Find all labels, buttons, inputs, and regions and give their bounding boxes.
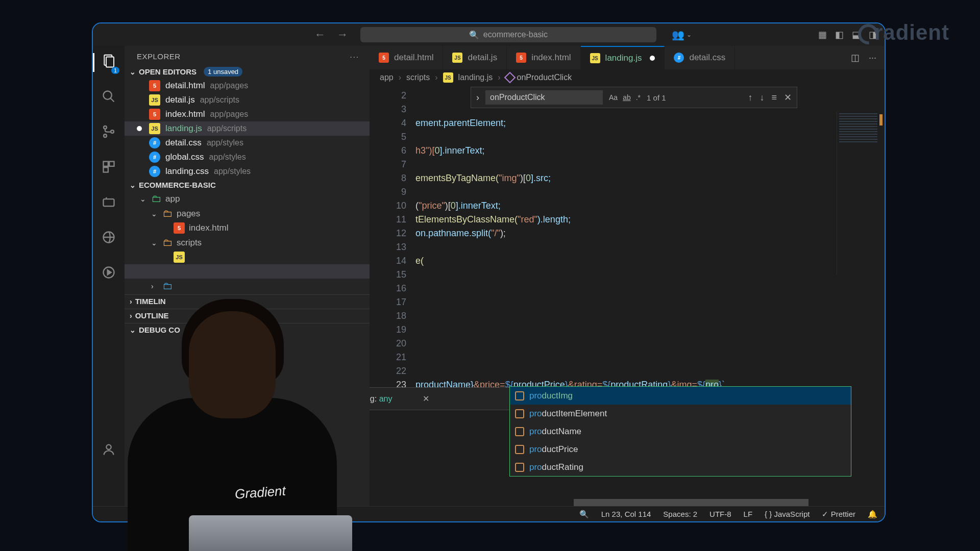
activity-icon-5[interactable] — [102, 195, 116, 213]
search-icon: 🔍 — [469, 30, 479, 40]
code-editor[interactable]: 234567891011121314151617181920212223 › A… — [370, 86, 885, 499]
account-icon[interactable] — [102, 442, 116, 460]
modified-dot-icon — [137, 126, 142, 131]
match-case-icon[interactable]: Aa — [609, 91, 618, 105]
nav-forward-icon[interactable]: → — [337, 28, 348, 41]
open-editor-item[interactable]: #landing.cssapp/styles — [125, 164, 370, 179]
outline-section[interactable]: ›OUTLINE — [125, 309, 370, 322]
close-icon[interactable]: ✕ — [423, 392, 429, 406]
status-bar: 🔍 Ln 23, Col 114 Spaces: 2 UTF-8 LF { } … — [93, 506, 885, 521]
symbol-variable-icon — [515, 427, 524, 436]
svg-rect-1 — [106, 57, 114, 67]
suggest-item[interactable]: productRating — [510, 458, 851, 476]
workspace-section[interactable]: ⌄ ECOMMERCE-BASIC — [125, 179, 370, 191]
nav-back-icon[interactable]: ← — [314, 28, 326, 41]
find-input[interactable] — [485, 90, 603, 105]
activity-icon-6[interactable] — [102, 230, 116, 248]
tree-folder-scripts[interactable]: ⌄🗀scripts — [125, 235, 370, 250]
status-formatter[interactable]: ✓ Prettier — [822, 510, 855, 519]
suggest-item[interactable]: productImg — [510, 387, 851, 405]
tree-folder-app[interactable]: ⌄🗀app — [125, 191, 370, 206]
suggest-item[interactable]: productName — [510, 422, 851, 440]
js-icon: JS — [149, 123, 160, 134]
open-editor-item[interactable]: 5detail.htmlapp/pages — [125, 79, 370, 93]
chevron-down-icon: ⌄ — [130, 68, 136, 76]
search-activity-icon[interactable] — [102, 89, 116, 107]
svg-rect-9 — [104, 167, 108, 172]
tab-landing-js[interactable]: JSlanding.js — [581, 46, 665, 69]
svg-point-6 — [111, 130, 114, 133]
bell-icon[interactable]: 🔔 — [868, 510, 877, 519]
more-icon[interactable]: ··· — [350, 52, 359, 61]
next-match-icon[interactable]: ↓ — [760, 91, 764, 105]
split-editor-icon[interactable]: ◫ — [851, 52, 860, 63]
svg-point-2 — [104, 91, 112, 99]
find-filter-icon[interactable]: ≡ — [771, 91, 777, 105]
debug-console-section[interactable]: ⌄DEBUG CO — [125, 323, 370, 336]
symbol-variable-icon — [515, 463, 524, 472]
code-content[interactable]: › Aa ab .* 1 of 1 ↑ ↓ ≡ ✕ — [415, 86, 885, 499]
css-icon: # — [149, 152, 160, 163]
main-area: 1 EXPLORER ··· ⌄ OPEN EDITORS 1 unsaved … — [93, 46, 885, 506]
tab-detail-css[interactable]: #detail.css — [665, 46, 735, 69]
svg-marker-13 — [108, 270, 111, 274]
prev-match-icon[interactable]: ↑ — [748, 91, 752, 105]
html-icon: 5 — [149, 80, 160, 91]
tab-index-html[interactable]: 5index.html — [507, 46, 580, 69]
suggest-item[interactable]: productPrice — [510, 440, 851, 458]
open-editors-section[interactable]: ⌄ OPEN EDITORS 1 unsaved — [125, 65, 370, 79]
search-text: ecommerce-basic — [483, 30, 548, 39]
tree-file-hidden[interactable] — [125, 264, 370, 279]
svg-point-14 — [106, 445, 111, 449]
open-editor-item[interactable]: 5index.htmlapp/pages — [125, 107, 370, 121]
command-search[interactable]: 🔍 ecommerce-basic — [360, 27, 656, 42]
tree-folder-pages[interactable]: ⌄🗀pages — [125, 206, 370, 221]
panel-left-icon[interactable]: ◧ — [835, 29, 844, 40]
breadcrumb[interactable]: app› scripts› JS landing.js› onProductCl… — [370, 69, 885, 86]
svg-line-3 — [111, 98, 114, 102]
horizontal-scrollbar[interactable] — [370, 499, 885, 506]
source-control-icon[interactable] — [102, 124, 116, 142]
titlebar: ← → 🔍 ecommerce-basic 👥 ⌄ ▦ ◧ ⬓ ◨ — [93, 23, 885, 46]
suggest-item[interactable]: productItemElement — [510, 405, 851, 422]
svg-rect-7 — [104, 162, 108, 166]
layout-grid-icon[interactable]: ▦ — [818, 29, 827, 40]
tab-detail-js[interactable]: JSdetail.js — [443, 46, 507, 69]
symbol-variable-icon — [515, 409, 524, 418]
tree-file-index[interactable]: 5index.html — [125, 221, 370, 235]
activity-bar: 1 — [93, 46, 125, 506]
watermark-logo: radient — [858, 20, 949, 45]
zoom-icon[interactable]: 🔍 — [579, 510, 589, 519]
tree-folder-hidden[interactable]: ›🗀 — [125, 279, 370, 293]
regex-icon[interactable]: .* — [636, 91, 641, 105]
suggest-widget[interactable]: productImg productItemElement productNam… — [509, 386, 851, 477]
folder-icon: 🗀 — [162, 280, 173, 292]
symbol-variable-icon — [515, 391, 524, 400]
status-encoding[interactable]: UTF-8 — [709, 510, 731, 518]
more-icon[interactable]: ··· — [869, 53, 876, 63]
html-icon: 5 — [516, 53, 526, 63]
status-lang[interactable]: { } JavaScript — [765, 510, 810, 518]
find-widget: › Aa ab .* 1 of 1 ↑ ↓ ≡ ✕ — [471, 87, 797, 108]
tree-file-js[interactable]: JS — [125, 250, 370, 264]
chevron-right-icon[interactable]: › — [476, 91, 479, 105]
svg-point-5 — [104, 134, 107, 137]
sidebar-title: EXPLORER — [137, 52, 181, 61]
activity-icon-7[interactable] — [102, 265, 116, 283]
open-editor-item[interactable]: #detail.cssapp/styles — [125, 136, 370, 150]
open-editor-item[interactable]: JSlanding.jsapp/scripts — [125, 121, 370, 136]
folder-icon: 🗀 — [151, 193, 161, 205]
close-icon[interactable]: ✕ — [784, 91, 792, 105]
explorer-icon[interactable]: 1 — [101, 53, 116, 72]
open-editor-item[interactable]: #global.cssapp/styles — [125, 150, 370, 164]
copilot-icon[interactable]: 👥 ⌄ — [672, 29, 692, 41]
status-indent[interactable]: Spaces: 2 — [663, 510, 697, 518]
open-editor-item[interactable]: JSdetail.jsapp/scripts — [125, 93, 370, 107]
minimap[interactable] — [837, 111, 883, 274]
tab-detail-html[interactable]: 5detail.html — [370, 46, 443, 69]
status-cursor-pos[interactable]: Ln 23, Col 114 — [601, 510, 651, 518]
match-word-icon[interactable]: ab — [623, 91, 631, 105]
timeline-section[interactable]: ›TIMELIN — [125, 295, 370, 308]
status-eol[interactable]: LF — [744, 510, 753, 518]
extensions-icon[interactable] — [102, 160, 116, 178]
